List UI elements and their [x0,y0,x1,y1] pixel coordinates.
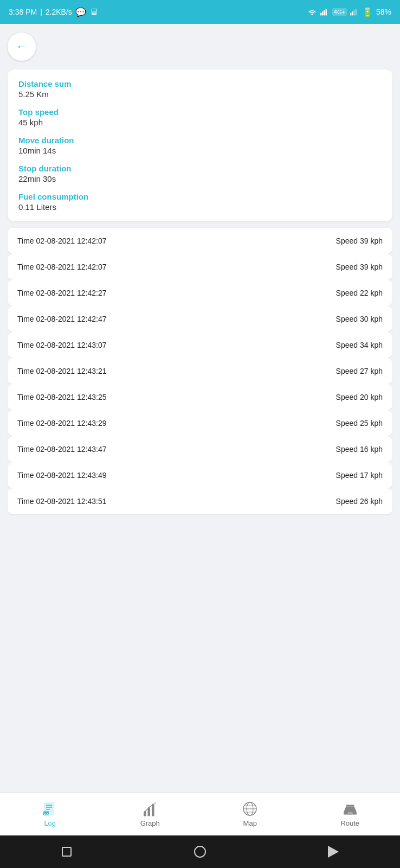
summary-card: Distance sum 5.25 Km Top speed 45 kph Mo… [8,69,392,221]
row-time: Time 02-08-2021 12:43:25 [17,393,106,401]
svg-marker-31 [344,807,357,813]
distance-label: Distance sum [18,79,382,88]
move-duration-label: Move duration [18,136,382,145]
table-row: Time 02-08-2021 12:42:27Speed 22 kph [8,280,392,306]
back-button[interactable]: ← [8,33,36,61]
row-time: Time 02-08-2021 12:43:29 [17,419,106,427]
stop-duration-value: 22min 30s [18,174,382,183]
log-icon: LOG [42,801,58,817]
graph-icon [142,801,158,817]
row-speed: Speed 25 kph [336,419,383,427]
table-row: Time 02-08-2021 12:43:21Speed 27 kph [8,358,392,384]
system-nav-bar [0,835,400,868]
table-row: Time 02-08-2021 12:43:51Speed 26 kph [8,488,392,514]
nav-graph[interactable]: Graph [100,793,201,835]
monitor-icon: 🖥 [89,7,98,17]
distance-item: Distance sum 5.25 Km [18,79,382,99]
route-icon [342,801,358,817]
wifi-icon [307,8,317,16]
bottom-nav: LOG Log Graph Map [0,792,400,835]
signal-icon [320,8,329,16]
svg-rect-4 [325,9,326,15]
row-time: Time 02-08-2021 12:43:21 [17,367,106,375]
svg-rect-2 [322,11,323,15]
svg-rect-30 [347,812,352,815]
svg-point-20 [152,803,154,805]
svg-rect-17 [152,805,154,816]
svg-rect-32 [346,805,354,807]
table-row: Time 02-08-2021 12:43:47Speed 16 kph [8,436,392,462]
stop-duration-item: Stop duration 22min 30s [18,164,382,183]
stop-duration-label: Stop duration [18,164,382,173]
table-row: Time 02-08-2021 12:42:07Speed 39 kph [8,228,392,254]
graph-label: Graph [140,819,160,827]
distance-value: 5.25 Km [18,90,382,99]
row-time: Time 02-08-2021 12:43:51 [17,497,106,506]
svg-rect-15 [144,812,146,816]
row-speed: Speed 22 kph [336,289,383,297]
signal-icon-2 [350,8,359,16]
top-speed-value: 45 kph [18,118,382,127]
svg-rect-3 [324,10,325,16]
time: 3:38 PM [9,8,37,16]
map-label: Map [243,819,257,827]
row-speed: Speed 39 kph [336,263,383,271]
data-speed: | [40,8,42,16]
back-arrow-icon: ← [16,40,28,54]
battery-icon: 🔋 [362,7,373,17]
nav-map[interactable]: Map [200,793,300,835]
table-row: Time 02-08-2021 12:42:47Speed 30 kph [8,306,392,332]
top-speed-item: Top speed 45 kph [18,107,382,127]
fuel-label: Fuel consumption [18,192,382,201]
battery-percentage: 58% [376,8,391,16]
svg-rect-12 [46,809,50,810]
table-row: Time 02-08-2021 12:43:29Speed 25 kph [8,410,392,436]
status-right: 4G+ 🔋 58% [307,7,391,17]
row-time: Time 02-08-2021 12:43:49 [17,471,106,480]
row-speed: Speed 39 kph [336,237,383,245]
recent-apps-button[interactable] [59,844,74,859]
nav-route[interactable]: Route [300,793,401,835]
data-speed-value: 2.2KB/s [46,8,72,16]
row-speed: Speed 17 kph [336,471,383,480]
svg-rect-1 [320,13,321,16]
svg-text:LOG: LOG [44,812,50,815]
map-icon [242,801,258,817]
home-button[interactable] [192,844,208,859]
row-time: Time 02-08-2021 12:42:07 [17,263,106,271]
nav-log[interactable]: LOG Log [0,793,100,835]
whatsapp-icon: 💬 [75,7,86,17]
fuel-item: Fuel consumption 0.11 Liters [18,192,382,212]
row-time: Time 02-08-2021 12:42:07 [17,237,106,245]
row-time: Time 02-08-2021 12:43:07 [17,341,106,349]
svg-point-18 [144,811,146,813]
move-duration-value: 10min 14s [18,146,382,155]
row-speed: Speed 20 kph [336,393,383,401]
fuel-value: 0.11 Liters [18,202,382,212]
route-label: Route [340,819,359,827]
svg-point-0 [311,14,313,15]
status-bar: 3:38 PM | 2.2KB/s 💬 🖥 4G+ [0,0,400,24]
row-time: Time 02-08-2021 12:42:27 [17,289,106,297]
move-duration-item: Move duration 10min 14s [18,136,382,155]
log-label: Log [44,819,56,827]
status-left: 3:38 PM | 2.2KB/s 💬 🖥 [9,7,98,17]
row-speed: Speed 16 kph [336,445,383,454]
svg-rect-11 [46,807,53,808]
svg-point-19 [148,807,150,808]
row-time: Time 02-08-2021 12:42:47 [17,315,106,323]
svg-rect-16 [147,808,150,816]
back-system-button[interactable] [326,844,341,859]
row-speed: Speed 27 kph [336,367,383,375]
top-speed-label: Top speed [18,107,382,117]
network-type: 4G+ [332,8,347,16]
table-row: Time 02-08-2021 12:43:07Speed 34 kph [8,332,392,358]
svg-rect-7 [353,10,354,16]
row-speed: Speed 34 kph [336,341,383,349]
row-speed: Speed 30 kph [336,315,383,323]
svg-rect-5 [350,13,351,16]
table-row: Time 02-08-2021 12:43:25Speed 20 kph [8,384,392,410]
data-rows-container: Time 02-08-2021 12:42:07Speed 39 kphTime… [8,228,392,514]
svg-rect-10 [46,805,53,806]
svg-rect-8 [356,9,357,15]
